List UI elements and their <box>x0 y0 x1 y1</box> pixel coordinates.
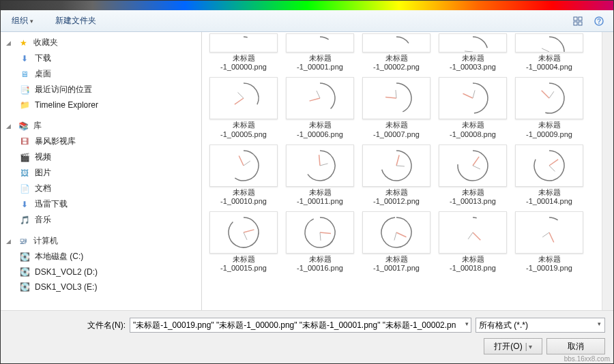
file-thumbnail[interactable]: 未标题-1_00018.png <box>435 210 510 274</box>
tree-item-computer-2[interactable]: 💽 DSK1_VOL3 (E:) <box>1 279 201 294</box>
open-button[interactable]: 打开(O) <box>484 338 542 354</box>
file-thumbnail[interactable]: 未标题-1_00014.png <box>512 143 587 207</box>
file-thumbnail[interactable]: 未标题-1_00017.png <box>359 210 434 274</box>
thumbnail-caption: 未标题-1_00000.png <box>220 54 267 72</box>
tree-item-label: 音乐 <box>35 214 51 226</box>
thumbnail-image <box>439 77 507 119</box>
organize-menu[interactable]: 组织 <box>8 12 38 29</box>
thumbnail-caption: 未标题-1_00015.png <box>220 255 267 273</box>
thumbnail-image <box>209 77 278 119</box>
tree-item-favorites-2[interactable]: 📑 最近访问的位置 <box>1 82 201 97</box>
view-icon[interactable] <box>571 14 586 28</box>
svg-line-9 <box>313 52 320 52</box>
tree-item-libraries-1[interactable]: 🎬 视频 <box>1 149 201 165</box>
thumbnail-caption: 未标题-1_00009.png <box>526 121 572 138</box>
file-thumbnail[interactable]: 未标题-1_00000.png <box>206 32 281 73</box>
svg-line-30 <box>396 155 399 165</box>
thumbnail-caption: 未标题-1_00016.png <box>297 255 343 273</box>
picture-icon: 🖼 <box>18 168 31 179</box>
folder-icon: 📁 <box>18 100 31 110</box>
file-thumbnail[interactable]: 未标题-1_00016.png <box>282 210 357 274</box>
tree-item-libraries-5[interactable]: 🎵 音乐 <box>1 212 201 228</box>
tree-item-libraries-0[interactable]: 🎞 暴风影视库 <box>1 134 201 149</box>
music-icon: 🎵 <box>18 215 31 226</box>
svg-line-31 <box>396 166 405 166</box>
svg-line-13 <box>465 51 473 52</box>
file-thumbnail[interactable]: 未标题-1_00007.png <box>359 76 434 140</box>
svg-line-34 <box>549 160 558 166</box>
file-thumbnail[interactable]: 未标题-1_00011.png <box>282 143 357 207</box>
tree-item-libraries-3[interactable]: 📄 文档 <box>1 181 201 196</box>
tree-header-favorites[interactable]: ◢★ 收藏夹 <box>1 35 201 50</box>
svg-line-33 <box>473 166 480 169</box>
file-grid: 未标题-1_00000.png 未标题-1_00001.png 未标题-1_00… <box>202 32 602 310</box>
tree-item-libraries-2[interactable]: 🖼 图片 <box>1 165 201 181</box>
vertical-scrollbar[interactable] <box>602 32 613 310</box>
tree-item-label: DSK1_VOL3 (E:) <box>35 282 97 292</box>
file-thumbnail[interactable]: 未标题-1_00008.png <box>435 76 510 140</box>
thumbnail-image <box>439 33 507 52</box>
svg-line-32 <box>473 157 479 166</box>
file-thumbnail[interactable]: 未标题-1_00019.png <box>512 210 587 274</box>
cancel-button[interactable]: 取消 <box>546 338 605 354</box>
file-thumbnail[interactable]: 未标题-1_00001.png <box>282 32 357 73</box>
disk-icon: 💽 <box>18 282 31 292</box>
help-icon[interactable]: ? <box>591 14 606 28</box>
tree-item-label: 图片 <box>35 167 51 179</box>
tree-item-label: 最近访问的位置 <box>35 84 92 95</box>
file-thumbnail[interactable]: 未标题-1_00005.png <box>206 76 281 140</box>
tree-header-libraries[interactable]: ◢📚 库 <box>1 118 201 134</box>
svg-line-37 <box>244 232 247 240</box>
file-thumbnail[interactable]: 未标题-1_00010.png <box>206 143 281 207</box>
filename-input[interactable] <box>130 318 471 333</box>
file-thumbnail[interactable]: 未标题-1_00002.png <box>359 32 434 73</box>
file-thumbnail[interactable]: 未标题-1_00009.png <box>512 76 587 140</box>
svg-line-14 <box>543 52 549 52</box>
new-folder-button[interactable]: 新建文件夹 <box>51 12 100 29</box>
svg-line-21 <box>396 90 396 98</box>
navigation-sidebar: ◢★ 收藏夹 ⬇ 下载 🖥 桌面 📑 最近访问的位置 📁 Timeline Ex… <box>1 32 202 310</box>
thumbnail-image <box>362 145 430 187</box>
thumbnail-image <box>209 211 278 254</box>
file-thumbnail[interactable]: 未标题-1_00003.png <box>435 32 510 73</box>
svg-line-15 <box>542 48 549 52</box>
library-icon: 📚 <box>17 121 29 132</box>
tree-item-favorites-0[interactable]: ⬇ 下载 <box>1 50 201 66</box>
tree-item-computer-0[interactable]: 💽 本地磁盘 (C:) <box>1 249 201 264</box>
file-thumbnail[interactable]: 未标题-1_00006.png <box>282 76 357 140</box>
svg-line-10 <box>396 52 397 52</box>
svg-line-27 <box>244 161 250 166</box>
thumbnail-caption: 未标题-1_00003.png <box>450 54 496 72</box>
thumbnail-caption: 未标题-1_00013.png <box>450 188 496 206</box>
tree-item-favorites-3[interactable]: 📁 Timeline Explorer <box>1 97 201 112</box>
disk-icon: 💽 <box>18 267 31 277</box>
thumbnail-caption: 未标题-1_00004.png <box>526 54 572 72</box>
file-thumbnail[interactable]: 未标题-1_00012.png <box>359 143 434 207</box>
recent-icon: 📑 <box>18 85 31 95</box>
svg-line-41 <box>394 232 396 241</box>
tree-header-label: 计算机 <box>33 235 58 247</box>
tree-item-libraries-4[interactable]: ⬇ 迅雷下载 <box>1 196 201 212</box>
file-thumbnail[interactable]: 未标题-1_00004.png <box>512 32 587 73</box>
thumbnail-image <box>209 33 278 52</box>
file-thumbnail[interactable]: 未标题-1_00015.png <box>206 210 281 274</box>
svg-rect-3 <box>579 22 582 25</box>
bottom-panel: 文件名(N): 打开(O) 取消 <box>1 310 613 364</box>
tree-item-computer-1[interactable]: 💽 DSK1_VOL2 (D:) <box>1 264 201 279</box>
thumbnail-image <box>515 77 583 119</box>
svg-line-26 <box>239 155 244 166</box>
filetype-filter[interactable] <box>476 318 605 333</box>
thumbnail-image <box>515 33 583 52</box>
thumbnail-image <box>439 211 507 254</box>
svg-line-19 <box>317 91 320 98</box>
file-thumbnail[interactable]: 未标题-1_00013.png <box>435 143 510 207</box>
svg-line-16 <box>235 98 244 104</box>
tree-item-favorites-1[interactable]: 🖥 桌面 <box>1 66 201 82</box>
thumbnail-caption: 未标题-1_00018.png <box>450 255 496 273</box>
thumbnail-image <box>286 211 354 254</box>
thumbnail-caption: 未标题-1_00001.png <box>297 54 343 72</box>
svg-line-17 <box>238 93 244 98</box>
thumbnail-caption: 未标题-1_00010.png <box>220 188 267 206</box>
tree-header-computer[interactable]: ◢🖳 计算机 <box>1 233 201 249</box>
svg-line-39 <box>320 232 321 241</box>
